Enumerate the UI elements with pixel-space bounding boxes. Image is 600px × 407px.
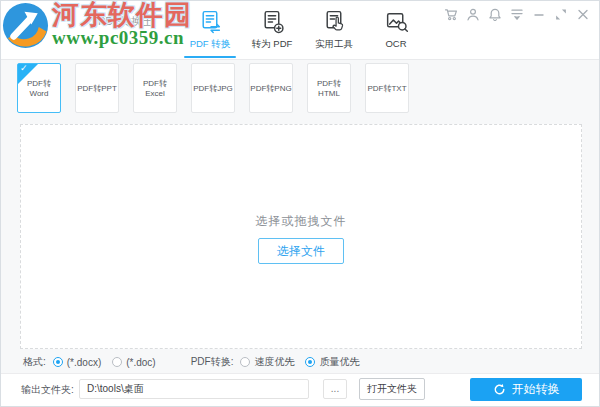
radio-label: 质量优先	[319, 355, 359, 369]
radio-label: (*.doc)	[126, 357, 155, 368]
radio-doc[interactable]: (*.doc)	[112, 357, 155, 368]
minimize-icon[interactable]	[532, 8, 546, 21]
pdf-convert-icon	[179, 9, 241, 36]
format-tab-pdf-to-html[interactable]: PDF转HTML	[307, 63, 351, 113]
to-pdf-icon	[241, 9, 303, 36]
format-tab-pdf-to-excel[interactable]: PDF转Excel	[133, 63, 177, 113]
radio-speed-priority[interactable]: 速度优先	[240, 355, 294, 369]
conversion-options: 格式: (*.docx) (*.doc) PDF转换: 速度优先 质量优先	[23, 352, 370, 372]
file-drop-zone[interactable]: 选择或拖拽文件 选择文件	[20, 124, 582, 349]
menu-icon[interactable]	[510, 8, 524, 21]
output-folder-label: 输出文件夹:	[21, 383, 74, 397]
radio-unselected-icon	[112, 357, 122, 367]
app-title: PDF转换王	[98, 14, 153, 29]
title-bar: PDF转换王 PDF 转换	[1, 1, 599, 60]
radio-quality-priority[interactable]: 质量优先	[305, 355, 359, 369]
utility-tools-icon	[303, 9, 365, 36]
cart-icon[interactable]	[444, 8, 458, 21]
format-tab-pdf-to-word[interactable]: PDF转Word	[17, 63, 61, 113]
choose-file-button[interactable]: 选择文件	[258, 238, 344, 264]
radio-unselected-icon	[240, 357, 250, 367]
format-tab-pdf-to-txt[interactable]: PDF转TXT	[365, 63, 409, 113]
maximize-icon[interactable]	[554, 8, 568, 21]
format-tab-pdf-to-jpg[interactable]: PDF转JPG	[191, 63, 235, 113]
tab-to-pdf[interactable]: 转为 PDF	[241, 9, 303, 58]
open-folder-button[interactable]: 打开文件夹	[359, 378, 425, 400]
tab-label: OCR	[365, 38, 427, 49]
start-convert-button[interactable]: 开始转换	[470, 378, 582, 401]
nav-tabs: PDF 转换 转为 PDF	[179, 9, 427, 58]
tab-label: PDF 转换	[179, 38, 241, 51]
radio-label: (*.docx)	[67, 357, 101, 368]
format-tab-pdf-to-png[interactable]: PDF转PNG	[249, 63, 293, 113]
format-options-label: 格式:	[23, 355, 46, 369]
bell-icon[interactable]	[488, 8, 502, 21]
radio-label: 速度优先	[254, 355, 294, 369]
user-icon[interactable]	[466, 8, 480, 21]
tab-utility-tools[interactable]: 实用工具	[303, 9, 365, 58]
tab-label: 实用工具	[303, 38, 365, 51]
convert-refresh-icon	[493, 383, 506, 396]
radio-selected-icon	[305, 357, 315, 367]
output-folder-input[interactable]	[79, 379, 309, 399]
radio-docx[interactable]: (*.docx)	[53, 357, 101, 368]
start-convert-label: 开始转换	[512, 381, 560, 398]
radio-selected-icon	[53, 357, 63, 367]
tab-pdf-convert[interactable]: PDF 转换	[179, 9, 241, 58]
tab-ocr[interactable]: OCR	[365, 9, 427, 58]
footer-bar: 输出文件夹: ... 打开文件夹 开始转换	[1, 373, 599, 406]
format-tabs: PDF转Word PDF转PPT PDF转Excel PDF转JPG PDF转P…	[17, 63, 409, 113]
browse-folder-button[interactable]: ...	[323, 379, 347, 399]
drop-hint-text: 选择或拖拽文件	[21, 213, 581, 230]
close-icon[interactable]	[576, 8, 590, 21]
tab-label: 转为 PDF	[241, 38, 303, 51]
window-controls	[444, 8, 590, 21]
ocr-icon	[365, 9, 427, 36]
convert-options-label: PDF转换:	[191, 355, 234, 369]
app-window: PDF转换王 PDF 转换	[0, 0, 600, 407]
format-tab-pdf-to-ppt[interactable]: PDF转PPT	[75, 63, 119, 113]
